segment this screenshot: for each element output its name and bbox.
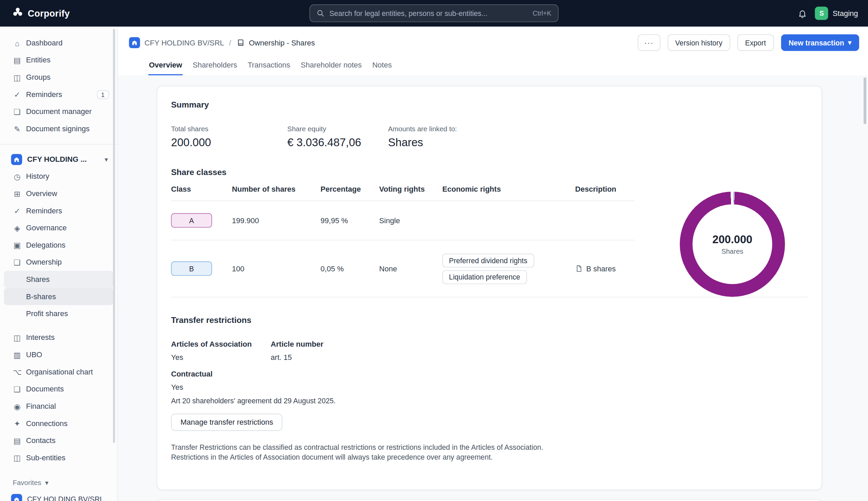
sidebar-item-documents[interactable]: ❏ Documents	[4, 381, 113, 398]
favorite-entity-item[interactable]: CFY HOLDING BV/SRL	[4, 491, 113, 501]
sidebar-label: Profit shares	[26, 310, 68, 318]
main-scrollbar-thumb[interactable]	[864, 78, 866, 124]
sidebar-item-profit-shares[interactable]: Profit shares	[4, 305, 113, 322]
search-shortcut-hint: Ctrl+K	[533, 10, 551, 17]
cell-economic-rights: Preferred dividend rights Liquidation pr…	[442, 253, 575, 284]
sidebar-item-entities[interactable]: ▤ Entities	[4, 52, 113, 69]
brand-home-link[interactable]: Corporify	[12, 7, 70, 20]
field-label: Total shares	[171, 125, 287, 133]
share-classes-table: Class Number of shares Percentage Voting…	[171, 185, 634, 297]
more-actions-button[interactable]: ···	[638, 34, 660, 51]
page-header: CFY HOLDING BV/SRL / Ownership - Shares	[118, 26, 868, 59]
chevron-down-icon: ▾	[45, 480, 48, 487]
sidebar-item-contacts[interactable]: ▤ Contacts	[4, 432, 113, 449]
cell-voting-rights: Single	[379, 216, 442, 225]
sidebar-item-groups[interactable]: ◫ Groups	[4, 68, 113, 86]
global-search-input[interactable]: Search for legal entities, persons or su…	[310, 4, 559, 22]
app-window: Corporify Search for legal entities, per…	[0, 0, 868, 501]
sidebar-scrollbar-thumb[interactable]	[113, 29, 115, 443]
export-button[interactable]: Export	[737, 34, 774, 51]
sidebar-item-shares[interactable]: Shares	[4, 271, 113, 288]
column-header-percentage: Percentage	[321, 185, 379, 193]
tab-shareholders[interactable]: Shareholders	[192, 61, 238, 75]
economic-right-chip: Liquidation preference	[442, 270, 527, 284]
sidebar-item-entity-reminders[interactable]: ✓ Reminders	[4, 202, 113, 220]
sidebar-item-reminders[interactable]: ✓ Reminders 1	[4, 86, 113, 103]
button-label: Version history	[675, 38, 722, 46]
main-area: CFY HOLDING BV/SRL / Ownership - Shares	[118, 26, 868, 501]
sidebar-gap	[0, 322, 117, 329]
topbar: Corporify Search for legal entities, per…	[0, 0, 868, 26]
contractual-field: Contractual Yes Art 20 shareholders' agr…	[171, 370, 808, 405]
breadcrumb-current-page: Ownership - Shares	[236, 38, 315, 47]
sidebar-item-dashboard[interactable]: ⌂ Dashboard	[4, 34, 113, 52]
table-row-class-b[interactable]: B 100 0,05 % None Preferred dividend rig…	[171, 241, 634, 297]
ellipsis-icon: ···	[644, 38, 654, 47]
sidebar-item-document-manager[interactable]: ❏ Document manager	[4, 103, 113, 120]
tab-transactions[interactable]: Transactions	[247, 61, 291, 75]
ownership-book-icon: ❏	[13, 258, 22, 266]
contacts-icon: ▤	[13, 437, 22, 444]
button-label: Export	[745, 38, 766, 46]
section-divider	[171, 297, 808, 298]
notifications-bell-icon[interactable]	[798, 9, 807, 18]
class-a-badge: A	[171, 213, 212, 227]
breadcrumb: CFY HOLDING BV/SRL / Ownership - Shares	[129, 37, 315, 48]
sidebar-item-document-signings[interactable]: ✎ Document signings	[4, 120, 113, 137]
breadcrumb-separator: /	[229, 38, 231, 46]
field-value: Yes	[171, 353, 271, 362]
sidebar-item-overview[interactable]: ⊞ Overview	[4, 185, 113, 202]
history-icon: ◷	[13, 173, 22, 180]
sidebar-item-governance[interactable]: ◈ Governance	[4, 220, 113, 237]
cell-percentage: 0,05 %	[321, 265, 379, 273]
manage-transfer-restrictions-button[interactable]: Manage transfer restrictions	[171, 414, 282, 431]
transfer-restrictions-footnote: Transfer Restrictions can be classified …	[171, 442, 808, 462]
sidebar-item-connections[interactable]: ✦ Connections	[4, 415, 113, 432]
sidebar-label: UBO	[26, 350, 42, 359]
sidebar-label: Financial	[26, 402, 56, 410]
sidebar-item-b-shares[interactable]: B-shares	[4, 288, 113, 305]
contractual-note: Art 20 shareholders' agreement dd 29 Aug…	[171, 396, 808, 405]
entity-selector[interactable]: CFY HOLDING ... ▾	[4, 151, 113, 168]
field-value: 200.000	[171, 136, 287, 149]
amounts-linked-field: Amounts are linked to: Shares	[388, 125, 457, 149]
sidebar-label: Document signings	[26, 125, 89, 132]
donut-total-value: 200.000	[712, 233, 752, 246]
entity-selector-label: CFY HOLDING ...	[27, 155, 87, 163]
sidebar-label: Delegations	[26, 241, 65, 249]
reminders-icon: ✓	[13, 90, 22, 98]
tab-overview[interactable]: Overview	[149, 61, 183, 75]
sidebar-item-sub-entities[interactable]: ◫ Sub-entities	[4, 449, 113, 466]
user-menu[interactable]: S Staging	[815, 7, 858, 20]
version-history-button[interactable]: Version history	[667, 34, 730, 51]
entity-building-icon	[11, 494, 22, 501]
topbar-right: S Staging	[798, 7, 858, 20]
button-label: Manage transfer restrictions	[181, 418, 273, 426]
field-label: Article number	[271, 340, 324, 348]
sidebar-item-ubo[interactable]: ▥ UBO	[4, 346, 113, 363]
breadcrumb-entity-link[interactable]: CFY HOLDING BV/SRL	[129, 37, 224, 48]
column-header-economic-rights: Economic rights	[442, 185, 575, 193]
interests-bank-icon: ◫	[13, 334, 22, 342]
table-row-class-a[interactable]: A 199.900 99,95 % Single	[171, 201, 634, 241]
sidebar-item-organisational-chart[interactable]: ⌥ Organisational chart	[4, 363, 113, 381]
sidebar-divider	[0, 144, 117, 145]
tab-notes[interactable]: Notes	[372, 61, 392, 75]
favorites-toggle[interactable]: Favorites ▾	[4, 477, 113, 489]
sidebar-item-interests[interactable]: ◫ Interests	[4, 329, 113, 346]
tab-shareholder-notes[interactable]: Shareholder notes	[300, 61, 362, 75]
cell-voting-rights: None	[379, 265, 442, 273]
field-value: Yes	[171, 383, 808, 392]
sidebar-label: Documents	[26, 385, 64, 393]
share-distribution-donut-chart: 200.000 Shares	[680, 192, 785, 297]
sidebar-item-history[interactable]: ◷ History	[4, 168, 113, 185]
field-value: € 3.036.487,06	[287, 136, 388, 149]
sidebar-item-ownership[interactable]: ❏ Ownership	[4, 254, 113, 271]
new-transaction-button[interactable]: New transaction ▾	[781, 34, 859, 51]
shares-overview-card: Summary Total shares 200.000 Share equit…	[157, 86, 822, 490]
avatar: S	[815, 7, 828, 20]
sidebar-item-delegations[interactable]: ▣ Delegations	[4, 236, 113, 254]
sidebar-item-financial[interactable]: ◉ Financial	[4, 397, 113, 415]
corporify-logo-icon	[12, 7, 23, 20]
sidebar: ⌂ Dashboard ▤ Entities ◫ Groups ✓ Remind…	[0, 26, 118, 501]
